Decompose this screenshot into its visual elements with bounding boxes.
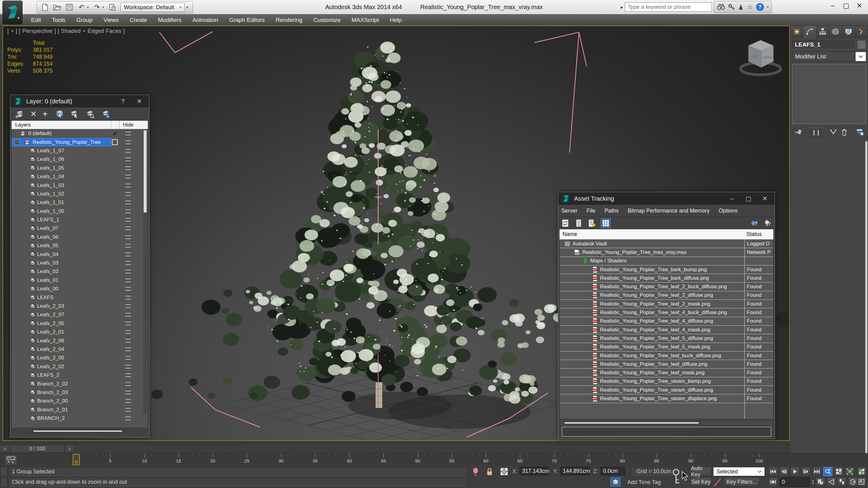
adaptive-degradation-icon[interactable]: [610, 477, 621, 486]
menu-tools[interactable]: Tools: [46, 14, 71, 26]
mini-curve-editor-button[interactable]: [4, 455, 18, 465]
asset-row[interactable]: PNGRealistic_Young_Poplar_Tree_steam_dif…: [559, 386, 773, 394]
object-row[interactable]: Branch_2_02: [11, 380, 148, 388]
maximize-button[interactable]: ▢: [839, 1, 853, 11]
hide-column-header[interactable]: Hide: [123, 122, 133, 128]
hide-toggle[interactable]: [125, 313, 131, 317]
object-row[interactable]: LEAFS_1: [11, 216, 148, 224]
hide-toggle[interactable]: [125, 304, 131, 308]
add-time-tag[interactable]: Add Time Tag: [624, 478, 677, 486]
save-file-icon[interactable]: [65, 3, 73, 11]
open-file-icon[interactable]: [53, 3, 61, 11]
tab-display[interactable]: [842, 26, 855, 38]
modifier-stack[interactable]: [792, 64, 866, 124]
hide-toggle[interactable]: [125, 365, 131, 368]
previous-frame-playback-button[interactable]: [779, 467, 788, 476]
asset-row[interactable]: PNGRealistic_Young_Poplar_Tree_bark_diff…: [559, 274, 773, 283]
y-coord-field[interactable]: 144.891cm: [560, 467, 590, 475]
tab-utilities[interactable]: [855, 26, 868, 38]
layer-row[interactable]: 0 (default)✓: [11, 129, 148, 138]
x-coord-field[interactable]: 317.143cm: [520, 467, 549, 475]
zoom-all-button[interactable]: [834, 467, 843, 476]
tab-modify[interactable]: [804, 26, 816, 38]
asset-menu-paths[interactable]: Paths: [604, 208, 619, 214]
tab-create[interactable]: [790, 26, 804, 38]
delete-layer-icon[interactable]: ✕: [30, 110, 36, 118]
hide-toggle[interactable]: [125, 227, 131, 230]
layer-list-header[interactable]: Layers Hide: [11, 121, 148, 129]
object-row[interactable]: Leafs_01: [11, 276, 148, 285]
menu-maxscript[interactable]: MAXScript: [346, 14, 384, 26]
asset-menu-server[interactable]: Server: [561, 208, 578, 214]
close-button[interactable]: ✕: [853, 1, 866, 11]
object-row[interactable]: Leafs_1_07: [11, 147, 148, 155]
object-row[interactable]: Leafs_2_06: [11, 336, 148, 345]
object-row[interactable]: Leafs_07: [11, 224, 148, 233]
hide-toggle[interactable]: [125, 175, 131, 178]
details-view-icon[interactable]: [588, 219, 597, 228]
layer-dialog-titlebar[interactable]: Layer: 0 (default) ? ✕: [10, 95, 149, 108]
object-row[interactable]: Leafs_2_01: [11, 328, 148, 336]
asset-row[interactable]: PNGRealistic_Young_Poplar_Tree_steam_dis…: [559, 394, 773, 403]
menu-rendering[interactable]: Rendering: [270, 14, 308, 26]
asset-row[interactable]: PNGRealistic_Young_Poplar_Tree_leaf_4_bu…: [559, 308, 773, 317]
previous-frame-button[interactable]: <: [0, 445, 10, 453]
play-button[interactable]: [790, 467, 800, 476]
hide-toggle[interactable]: [125, 270, 131, 273]
search-binoculars-icon[interactable]: [717, 4, 725, 10]
name-column-header[interactable]: Name: [559, 231, 577, 237]
layer-row[interactable]: −Realistic_Young_Poplar_Tree: [11, 138, 148, 146]
modifier-list-chevron-icon[interactable]: [855, 52, 866, 61]
time-slider-ruler[interactable]: 0510152025303540455055606570758085909510…: [20, 453, 769, 466]
hide-toggle[interactable]: [125, 184, 131, 187]
asset-table-hscrollbar[interactable]: [559, 421, 773, 425]
menu-animation[interactable]: Animation: [187, 14, 224, 26]
help-icon[interactable]: ?: [756, 3, 764, 11]
object-row[interactable]: BRANCH_2: [11, 414, 148, 423]
object-color-swatch[interactable]: [857, 40, 866, 49]
set-key-button[interactable]: Set Key: [691, 477, 711, 486]
hide-toggle[interactable]: [125, 391, 131, 394]
asset-dialog-minimize-button[interactable]: –: [726, 193, 738, 204]
hide-toggle[interactable]: [125, 132, 131, 135]
object-row[interactable]: LEAFS: [11, 293, 148, 302]
object-row[interactable]: Leafs_1_04: [11, 172, 148, 181]
maximize-viewport-toggle-button[interactable]: [857, 477, 866, 486]
isolate-selection-icon[interactable]: [472, 468, 479, 476]
hide-toggle[interactable]: [125, 158, 131, 161]
asset-row[interactable]: MAXRealistic_Young_Poplar_Tree_max_vray.…: [559, 248, 773, 257]
object-row[interactable]: Leafs_1_02: [11, 190, 148, 198]
layer-list-hscrollbar[interactable]: [11, 429, 148, 433]
asset-row[interactable]: PNGRealistic_Young_Poplar_Tree_leaf_2_di…: [559, 291, 773, 300]
frame-spinner[interactable]: ▲▼: [810, 477, 815, 486]
undo-dropdown-icon[interactable]: ▾: [87, 5, 89, 9]
object-row[interactable]: Leafs_05: [11, 241, 148, 250]
tab-motion[interactable]: [829, 26, 842, 38]
object-row[interactable]: Leafs_1_05: [11, 164, 148, 172]
new-file-icon[interactable]: [41, 3, 49, 11]
asset-dialog-maximize-button[interactable]: ▢: [742, 193, 754, 204]
tab-hierarchy[interactable]: [816, 26, 829, 38]
object-row[interactable]: Leafs_00: [11, 285, 148, 293]
go-to-end-button[interactable]: [812, 467, 822, 476]
key-mode-dropdown[interactable]: Selected: [713, 467, 765, 476]
communication-center-icon[interactable]: [738, 4, 744, 10]
search-input[interactable]: [625, 2, 712, 11]
hide-toggle[interactable]: [125, 244, 131, 248]
select-layers-icon[interactable]: [85, 110, 95, 118]
layer-dialog-close-button[interactable]: ✕: [133, 96, 146, 106]
asset-row[interactable]: PNGRealistic_Young_Poplar_Tree_bark_bump…: [559, 265, 773, 274]
object-row[interactable]: LEAFS_2: [11, 371, 148, 380]
zoom-extents-selected-button[interactable]: [845, 467, 854, 476]
menu-help[interactable]: Help: [384, 14, 407, 26]
asset-row[interactable]: PNGRealistic_Young_Poplar_Tree_leaf_5_ma…: [559, 343, 773, 352]
object-row[interactable]: Leafs_03: [11, 259, 148, 267]
maxscript-mini-listener-pink[interactable]: [1, 467, 7, 477]
object-row[interactable]: Leafs_2_07: [11, 311, 148, 319]
asset-row[interactable]: PNGRealistic_Young_Poplar_Tree_leaf_5_di…: [559, 334, 773, 343]
next-frame-button[interactable]: >: [65, 445, 74, 453]
object-row[interactable]: Leafs_1_00: [11, 207, 148, 216]
layer-checkbox[interactable]: [112, 139, 118, 145]
hide-toggle[interactable]: [125, 322, 131, 325]
hide-toggle[interactable]: [125, 373, 131, 377]
